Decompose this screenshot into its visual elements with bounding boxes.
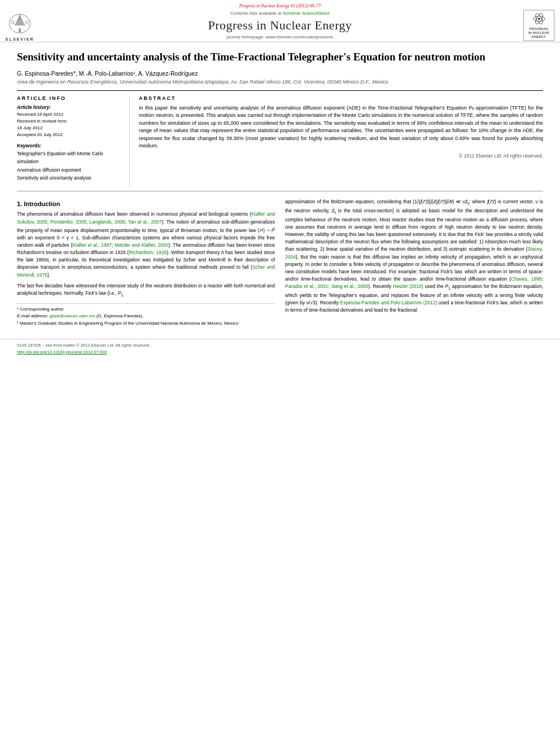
- ref-metzler[interactable]: Metzler and Klafter, 2000: [115, 242, 168, 248]
- body-right-column: approximation of the Boltzmann equation,…: [285, 198, 543, 327]
- email-link[interactable]: gepe@xanum.uam.mx: [50, 313, 95, 318]
- ref-jiang[interactable]: Jiang et al., 2000: [331, 283, 368, 289]
- ref-chaves[interactable]: Chaves, 1998: [511, 276, 541, 282]
- article-info-label: ARTICLE INFO: [17, 95, 124, 101]
- ref-klafter-1997[interactable]: Klafter et al., 1997: [72, 242, 112, 248]
- pne-atom-icon: [529, 11, 549, 26]
- footnote-masters: ¹ Master's Graduate Studies in Engineeri…: [17, 320, 275, 327]
- page: Progress in Nuclear Energy 61 (2012) 69–…: [0, 0, 560, 747]
- footnote-corresponding: * Corresponding author.: [17, 306, 275, 313]
- journal-title-block: Contents lists available at SciVerse Sci…: [45, 11, 515, 40]
- copyright-line: © 2012 Elsevier Ltd. All rights reserved…: [139, 153, 543, 159]
- ref-espinosa-paredes[interactable]: Espinosa-Paredes and Polo-Labarrios (201…: [340, 300, 437, 305]
- elsevier-logo: ELSEVIER: [6, 10, 34, 41]
- sciverse-line: Contents lists available at SciVerse Sci…: [45, 11, 515, 16]
- right-paragraph-1: approximation of the Boltzmann equation,…: [285, 198, 543, 314]
- keywords-list: Telegrapher's Equation with Monte Carlo …: [17, 150, 124, 182]
- intro-paragraph-1: The phenomena of anomalous diffusion hav…: [17, 211, 275, 278]
- journal-header: Progress in Nuclear Energy 61 (2012) 69–…: [0, 0, 560, 42]
- received-line: Received 16 April 2012: [17, 111, 124, 118]
- authors-text: G. Espinosa-Paredes*, M.-Á. Polo-Labarri…: [17, 70, 198, 77]
- footer-doi: http://dx.doi.org/10.1016/j.pnucene.2012…: [17, 349, 543, 356]
- revised-line: Received in revised form: [17, 118, 124, 125]
- doi-link[interactable]: http://dx.doi.org/10.1016/j.pnucene.2012…: [17, 350, 107, 355]
- contents-text: Contents lists available at: [230, 11, 282, 16]
- ref-richardson[interactable]: Richardson, 1926: [129, 250, 167, 255]
- volume-info: Progress in Nuclear Energy 61 (2012) 69–…: [0, 3, 560, 8]
- article-title: Sensitivity and uncertainty analysis of …: [17, 50, 543, 64]
- article-history: Article history: Received 16 April 2012 …: [17, 104, 124, 138]
- ref-scher[interactable]: Scher and Montroll, 1975: [17, 264, 275, 277]
- pne-logo-box: PROGRESSIN NUCLEARENERGY: [523, 10, 554, 41]
- ref-heizler[interactable]: Heizler (2010): [393, 283, 423, 289]
- abstract-text: In this paper the sensitivity and uncert…: [139, 104, 543, 150]
- keyword-3: Sensitivity and uncertainty analysis: [17, 174, 124, 182]
- ref-paradisi[interactable]: Paradisi et al., 2001: [285, 283, 328, 289]
- journal-homepage: journal homepage: www.elsevier.com/locat…: [45, 34, 515, 40]
- svg-point-4: [11, 20, 14, 23]
- article-meta-section: ARTICLE INFO Article history: Received 1…: [17, 90, 543, 192]
- body-section: 1. Introduction The phenomena of anomalo…: [17, 198, 543, 327]
- intro-title: Introduction: [24, 200, 60, 207]
- keyword-1: Telegrapher's Equation with Monte Carlo …: [17, 150, 124, 166]
- elsevier-tree-icon: [6, 10, 34, 37]
- ref-povstenko[interactable]: Povstenko, 2005: [50, 219, 86, 225]
- intro-section-title: 1. Introduction: [17, 200, 275, 207]
- ref-stacey[interactable]: Stacey, 2004: [285, 246, 543, 259]
- body-left-column: 1. Introduction The phenomena of anomalo…: [17, 198, 275, 327]
- article-info-column: ARTICLE INFO Article history: Received 1…: [17, 95, 130, 187]
- svg-rect-1: [19, 28, 21, 32]
- abstract-column: ABSTRACT In this paper the sensitivity a…: [139, 95, 543, 187]
- ref-langlands[interactable]: Langlands, 2006: [89, 219, 125, 225]
- page-footer: 0149-1970/$ – see front matter © 2012 El…: [0, 339, 560, 359]
- header-inner: ELSEVIER Contents lists available at Sci…: [0, 11, 560, 40]
- ref-tan[interactable]: Tan et al., 2007: [128, 219, 162, 225]
- keywords-heading: Keywords:: [17, 143, 124, 148]
- journal-main-title: Progress in Nuclear Energy: [45, 18, 515, 33]
- history-heading: Article history:: [17, 104, 124, 110]
- author-affiliation: Área de Ingeniería en Recursos Energétic…: [17, 79, 543, 85]
- svg-point-5: [25, 20, 28, 23]
- keywords-group: Keywords: Telegrapher's Equation with Mo…: [17, 143, 124, 182]
- pne-logo-text: PROGRESSIN NUCLEARENERGY: [528, 27, 549, 39]
- intro-paragraph-2: The last five decades have witnessed the…: [17, 282, 275, 299]
- footer-issn: 0149-1970/$ – see front matter © 2012 El…: [17, 342, 543, 349]
- authors: G. Espinosa-Paredes*, M.-Á. Polo-Labarri…: [17, 70, 543, 77]
- abstract-label: ABSTRACT: [139, 95, 543, 101]
- footnote-email: E-mail address: gepe@xanum.uam.mx (G. Es…: [17, 313, 275, 320]
- svg-point-7: [538, 18, 540, 20]
- keyword-2: Anomalous diffusion exponent: [17, 166, 124, 174]
- footnotes: * Corresponding author. E-mail address: …: [17, 303, 275, 327]
- pne-logo: PROGRESSIN NUCLEARENERGY: [523, 10, 554, 41]
- intro-number: 1.: [17, 200, 22, 207]
- svg-marker-3: [14, 18, 25, 25]
- revised-date: 18 July 2012: [17, 125, 124, 132]
- elsevier-label: ELSEVIER: [6, 37, 34, 41]
- main-content: Sensitivity and uncertainty analysis of …: [0, 42, 560, 333]
- sciverse-link[interactable]: SciVerse ScienceDirect: [283, 11, 330, 16]
- accepted-line: Accepted 20 July 2012: [17, 132, 124, 138]
